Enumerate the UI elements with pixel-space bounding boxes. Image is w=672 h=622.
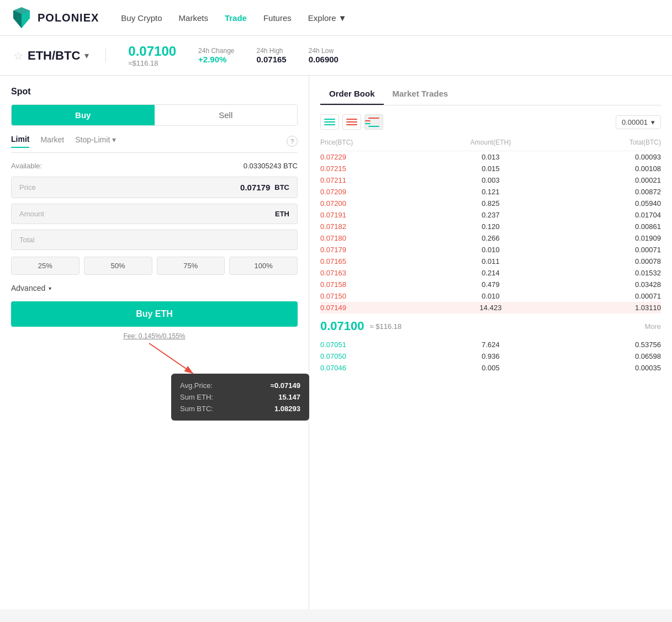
view-both-icon[interactable] bbox=[364, 114, 383, 130]
sell-order-row[interactable]: 0.07180 0.266 0.01909 bbox=[320, 232, 661, 244]
tooltip-popup: Avg.Price: ≈0.07149 Sum ETH: 15.147 Sum … bbox=[171, 374, 309, 421]
sell-order-row[interactable]: 0.07229 0.013 0.00093 bbox=[320, 151, 661, 163]
sell-amount: 0.015 bbox=[434, 164, 548, 173]
nav-futures[interactable]: Futures bbox=[263, 13, 292, 23]
pct-100-button[interactable]: 100% bbox=[229, 257, 298, 275]
total-input-group[interactable]: Total bbox=[11, 230, 298, 250]
amount-input-group[interactable]: Amount ETH bbox=[11, 204, 298, 224]
precision-select[interactable]: 0.00001 ▾ bbox=[616, 115, 661, 129]
advanced-section[interactable]: Advanced ▾ bbox=[11, 284, 298, 293]
sell-amount: 0.825 bbox=[434, 199, 548, 208]
pct-75-button[interactable]: 75% bbox=[157, 257, 225, 275]
sell-orders: 0.07229 0.013 0.00093 0.07215 0.015 0.00… bbox=[320, 151, 661, 313]
sell-price: 0.07211 bbox=[320, 176, 434, 184]
sell-order-row[interactable]: 0.07191 0.237 0.01704 bbox=[320, 209, 661, 221]
buy-tab-button[interactable]: Buy bbox=[12, 105, 155, 125]
sell-price: 0.07158 bbox=[320, 280, 434, 289]
logo-icon bbox=[11, 7, 32, 28]
pair-dropdown-icon[interactable]: ▾ bbox=[84, 50, 89, 61]
sell-amount: 0.010 bbox=[434, 292, 548, 300]
market-tab[interactable]: Market bbox=[40, 135, 64, 147]
nav-trade[interactable]: Trade bbox=[225, 13, 247, 23]
sell-total: 0.00093 bbox=[547, 153, 661, 161]
buy-order-row[interactable]: 0.07050 0.936 0.06598 bbox=[320, 350, 661, 362]
buy-eth-button[interactable]: Buy ETH bbox=[11, 301, 298, 327]
order-type-tabs: Limit Market Stop-Limit ▾ ? bbox=[11, 135, 298, 153]
sell-order-row[interactable]: 0.07149 14.423 1.03110 bbox=[320, 302, 661, 313]
sell-price: 0.07165 bbox=[320, 257, 434, 265]
amount-label: Amount bbox=[19, 210, 44, 218]
ticker-24h-change: 24h Change +2.90% bbox=[198, 47, 234, 64]
sell-order-row[interactable]: 0.07215 0.015 0.00108 bbox=[320, 163, 661, 174]
buy-amount: 7.624 bbox=[434, 341, 548, 349]
sell-order-row[interactable]: 0.07209 0.121 0.00872 bbox=[320, 186, 661, 198]
sell-total: 0.00108 bbox=[547, 164, 661, 173]
pct-25-button[interactable]: 25% bbox=[11, 257, 80, 275]
tab-market-trades[interactable]: Market Trades bbox=[384, 84, 457, 105]
sell-total: 0.00021 bbox=[547, 176, 661, 184]
sell-order-row[interactable]: 0.07150 0.010 0.00071 bbox=[320, 290, 661, 302]
sell-price: 0.07215 bbox=[320, 164, 434, 173]
nav: Buy Crypto Markets Trade Futures Explore… bbox=[121, 13, 346, 23]
sell-order-row[interactable]: 0.07158 0.479 0.03428 bbox=[320, 279, 661, 290]
ticker-pair[interactable]: ☆ ETH/BTC ▾ bbox=[13, 49, 106, 63]
sell-order-row[interactable]: 0.07211 0.003 0.00021 bbox=[320, 174, 661, 186]
buy-price: 0.07051 bbox=[320, 341, 434, 349]
more-button[interactable]: More bbox=[644, 322, 661, 331]
price-input-group[interactable]: Price 0.07179 BTC bbox=[11, 177, 298, 198]
nav-markets[interactable]: Markets bbox=[179, 13, 208, 23]
sell-price: 0.07163 bbox=[320, 269, 434, 277]
ticker-24h-high: 24h High 0.07165 bbox=[256, 47, 286, 64]
price-label: Price bbox=[19, 183, 36, 192]
view-sell-only-icon[interactable] bbox=[342, 114, 361, 130]
buy-sell-tabs: Buy Sell bbox=[11, 104, 298, 126]
logo[interactable]: POLONIEX bbox=[11, 7, 99, 28]
tab-order-book[interactable]: Order Book bbox=[320, 84, 384, 105]
nav-explore[interactable]: Explore ▼ bbox=[308, 13, 347, 23]
change-value: +2.90% bbox=[198, 55, 234, 64]
view-icons bbox=[320, 114, 383, 130]
sell-total: 0.01532 bbox=[547, 269, 661, 277]
sell-price: 0.07200 bbox=[320, 199, 434, 208]
sell-amount: 0.120 bbox=[434, 222, 548, 231]
sell-order-row[interactable]: 0.07165 0.011 0.00078 bbox=[320, 256, 661, 267]
favorite-icon[interactable]: ☆ bbox=[13, 49, 23, 62]
buy-orders: 0.07051 7.624 0.53756 0.07050 0.936 0.06… bbox=[320, 339, 661, 374]
sell-total: 0.05940 bbox=[547, 199, 661, 208]
sell-price: 0.07150 bbox=[320, 292, 434, 300]
fee-info[interactable]: Fee: 0.145%/0.155% bbox=[11, 332, 298, 340]
tooltip-sum-eth: Sum ETH: 15.147 bbox=[180, 393, 300, 401]
sell-order-row[interactable]: 0.07163 0.214 0.01532 bbox=[320, 267, 661, 279]
buy-amount: 0.936 bbox=[434, 352, 548, 360]
nav-buy-crypto[interactable]: Buy Crypto bbox=[121, 13, 162, 23]
order-book-panel: Order Book Market Trades bbox=[309, 76, 672, 609]
sell-tab-button[interactable]: Sell bbox=[155, 105, 298, 125]
price-value: 0.07179 bbox=[240, 183, 270, 192]
sell-order-row[interactable]: 0.07182 0.120 0.00861 bbox=[320, 221, 661, 232]
stop-limit-tab[interactable]: Stop-Limit ▾ bbox=[75, 135, 116, 147]
help-icon[interactable]: ? bbox=[287, 136, 298, 147]
main-content: Spot Buy Sell Limit Market Stop-Limit ▾ … bbox=[0, 76, 672, 609]
ob-table-header: Price(BTC) Amount(ETH) Total(BTC) bbox=[320, 136, 661, 151]
chevron-down-icon: ▾ bbox=[651, 118, 655, 126]
buy-order-row[interactable]: 0.07046 0.005 0.00035 bbox=[320, 362, 661, 374]
price-main: 0.07100 bbox=[128, 44, 176, 59]
sell-amount: 0.121 bbox=[434, 188, 548, 196]
sell-order-row[interactable]: 0.07179 0.010 0.00071 bbox=[320, 244, 661, 256]
chevron-down-icon: ▼ bbox=[338, 13, 347, 23]
col-price-header: Price(BTC) bbox=[320, 139, 434, 146]
view-buy-only-icon[interactable] bbox=[320, 114, 339, 130]
ticker-24h-low: 24h Low 0.06900 bbox=[309, 47, 338, 64]
ticker-bar: ☆ ETH/BTC ▾ 0.07100 ≈$116.18 24h Change … bbox=[0, 36, 672, 76]
order-book-table: Price(BTC) Amount(ETH) Total(BTC) 0.0722… bbox=[320, 136, 661, 374]
limit-tab[interactable]: Limit bbox=[11, 135, 29, 148]
sell-total: 0.00071 bbox=[547, 246, 661, 254]
col-total-header: Total(BTC) bbox=[547, 139, 661, 146]
chevron-down-icon: ▾ bbox=[49, 285, 51, 291]
sell-order-row[interactable]: 0.07200 0.825 0.05940 bbox=[320, 198, 661, 209]
sell-total: 0.00872 bbox=[547, 188, 661, 196]
logo-text: POLONIEX bbox=[38, 12, 99, 24]
buy-order-row[interactable]: 0.07051 7.624 0.53756 bbox=[320, 339, 661, 350]
sell-amount: 0.003 bbox=[434, 176, 548, 184]
pct-50-button[interactable]: 50% bbox=[84, 257, 152, 275]
